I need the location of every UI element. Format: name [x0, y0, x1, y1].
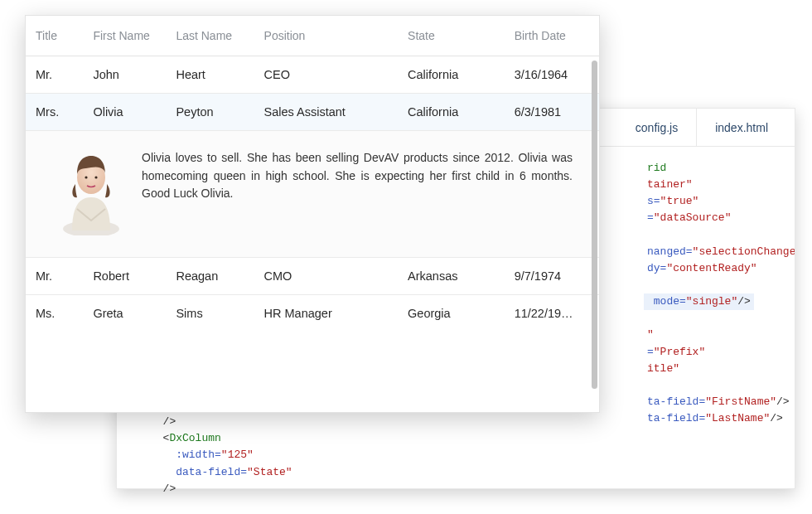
cell-state: Georgia [398, 295, 505, 332]
code-token: s= [647, 195, 660, 207]
cell-birth: 11/22/19… [505, 295, 599, 332]
cell-first: Robert [83, 258, 166, 295]
cell-first: Olivia [83, 94, 166, 131]
code-token: /> [737, 295, 751, 308]
detail-wrap: Olivia loves to sell. She has been selli… [59, 149, 573, 235]
detail-text: Olivia loves to sell. She has been selli… [142, 149, 573, 203]
code-token: itle" [647, 362, 679, 375]
detail-cell: Olivia loves to sell. She has been selli… [26, 131, 599, 258]
table-row-selected[interactable]: Mrs. Olivia Peyton Sales Assistant Calif… [26, 94, 599, 131]
code-token: /> [776, 395, 790, 408]
code-token: /> [770, 412, 783, 424]
col-header-last[interactable]: Last Name [166, 16, 254, 56]
code-token: = [647, 211, 654, 224]
code-token: "LastName" [705, 412, 770, 424]
code-token: "true" [660, 195, 699, 207]
person-icon [59, 149, 123, 235]
code-token: "selectionChanged" [693, 245, 795, 258]
data-grid-panel: Title First Name Last Name Position Stat… [25, 15, 600, 413]
code-token: = [647, 346, 654, 358]
cell-title: Mrs. [26, 94, 83, 131]
svg-point-3 [94, 176, 97, 178]
code-token: < [150, 432, 169, 444]
cell-last: Reagan [166, 258, 254, 295]
cell-last: Sims [166, 295, 254, 332]
code-token: "FirstName" [705, 395, 776, 408]
cell-first: John [83, 56, 166, 94]
code-token: data-field= [150, 466, 247, 478]
cell-first: Greta [83, 295, 166, 332]
code-token: rid [647, 162, 666, 174]
tab-config-js[interactable]: config.js [617, 109, 697, 146]
code-token: ta-field= [647, 412, 705, 424]
code-token: dy= [647, 262, 666, 274]
cell-birth: 6/3/1981 [505, 94, 599, 131]
cell-birth: 3/16/1964 [505, 56, 599, 94]
cell-position: CMO [254, 258, 399, 295]
code-token: /> [150, 415, 176, 428]
code-token: mode= [647, 295, 686, 308]
col-header-state[interactable]: State [398, 16, 505, 56]
cell-state: California [398, 56, 505, 94]
tab-index-html[interactable]: index.html [697, 109, 786, 146]
cell-title: Mr. [26, 258, 83, 295]
svg-point-2 [85, 176, 87, 178]
cell-title: Ms. [26, 295, 83, 332]
code-token: "State" [247, 466, 292, 478]
scrollbar-thumb[interactable] [592, 61, 597, 389]
table-row[interactable]: Mr. John Heart CEO California 3/16/1964 [26, 56, 599, 94]
col-header-birth[interactable]: Birth Date [505, 16, 599, 56]
detail-row: Olivia loves to sell. She has been selli… [26, 131, 599, 258]
code-token: tainer" [647, 178, 693, 191]
code-token: "125" [221, 449, 254, 461]
data-grid: Title First Name Last Name Position Stat… [26, 16, 599, 332]
cell-position: Sales Assistant [254, 94, 399, 131]
table-row[interactable]: Ms. Greta Sims HR Manager Georgia 11/22/… [26, 295, 599, 332]
code-token: "contentReady" [666, 262, 756, 274]
cell-position: HR Manager [254, 295, 399, 332]
table-row[interactable]: Mr. Robert Reagan CMO Arkansas 9/7/1974 [26, 258, 599, 295]
cell-birth: 9/7/1974 [505, 258, 599, 295]
cell-state: California [398, 94, 505, 131]
cell-state: Arkansas [398, 258, 505, 295]
avatar [59, 149, 123, 235]
code-token: /> [150, 482, 176, 495]
header-row: Title First Name Last Name Position Stat… [26, 16, 599, 56]
code-token: " [647, 328, 654, 341]
code-token: "Prefix" [654, 346, 705, 358]
code-token: :width= [150, 449, 221, 461]
code-token: ta-field= [647, 395, 705, 408]
col-header-first[interactable]: First Name [83, 16, 166, 56]
cell-last: Heart [166, 56, 254, 94]
cell-title: Mr. [26, 56, 83, 94]
cell-last: Peyton [166, 94, 254, 131]
cell-position: CEO [254, 56, 399, 94]
code-token: "dataSource" [654, 211, 732, 224]
col-header-position[interactable]: Position [254, 16, 399, 56]
grid-scroll-area: Title First Name Last Name Position Stat… [26, 16, 599, 412]
code-token: DxColumn [169, 432, 220, 444]
code-highlight-line: mode="single"/> [644, 293, 754, 310]
code-token: "single" [686, 295, 737, 308]
col-header-title[interactable]: Title [26, 16, 83, 56]
code-token: nanged= [647, 245, 693, 258]
